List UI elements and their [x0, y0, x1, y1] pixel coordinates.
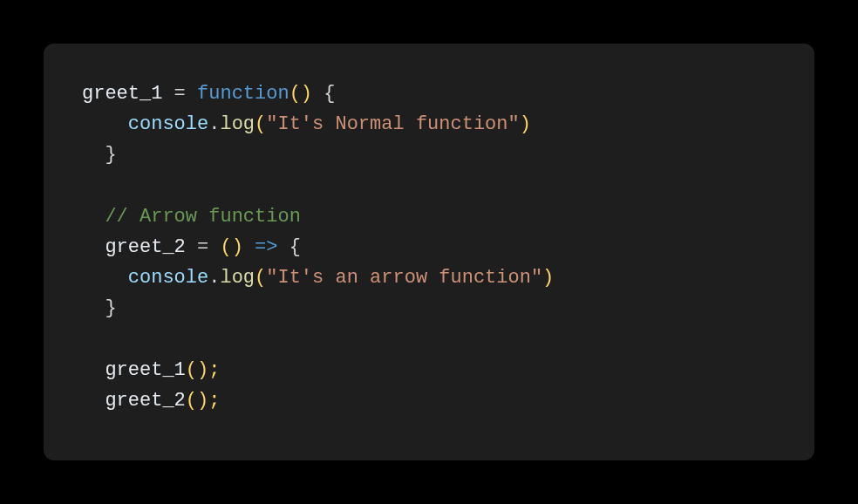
assign-op: = [186, 236, 221, 258]
method-log: log [220, 113, 255, 135]
identifier: greet_1 [82, 83, 162, 105]
indent [82, 113, 128, 135]
paren-open: ( [255, 267, 266, 289]
assign-op: = [162, 83, 197, 105]
brace: } [105, 297, 116, 319]
brace: } [105, 144, 116, 166]
indent [82, 144, 105, 166]
string-literal: "It's an arrow function" [266, 267, 542, 289]
indent [82, 236, 105, 258]
dot: . [208, 113, 220, 135]
paren-close: ) [542, 267, 554, 289]
method-log: log [220, 267, 255, 289]
arrow-op: => [243, 236, 289, 258]
comment: // Arrow function [105, 206, 300, 228]
parens: (); [186, 390, 221, 412]
identifier: greet_2 [105, 236, 185, 258]
indent [82, 359, 105, 381]
parens: (); [186, 359, 221, 381]
indent [82, 297, 105, 319]
keyword-function: function [197, 83, 289, 105]
string-literal: "It's Normal function" [266, 113, 519, 135]
indent [82, 390, 105, 412]
brace: { [289, 236, 301, 258]
parens: () [289, 83, 312, 105]
indent [82, 206, 105, 228]
brace: { [312, 83, 335, 105]
paren-close: ) [520, 113, 531, 135]
parens: () [220, 236, 242, 258]
paren-open: ( [255, 113, 266, 135]
code-block: greet_1 = function() { console.log("It's… [44, 44, 814, 460]
function-call: greet_1 [105, 359, 185, 381]
object-console: console [128, 113, 208, 135]
function-call: greet_2 [105, 390, 185, 412]
indent [82, 267, 128, 289]
object-console: console [128, 267, 208, 289]
dot: . [208, 267, 220, 289]
code-content: greet_1 = function() { console.log("It's… [82, 78, 776, 416]
